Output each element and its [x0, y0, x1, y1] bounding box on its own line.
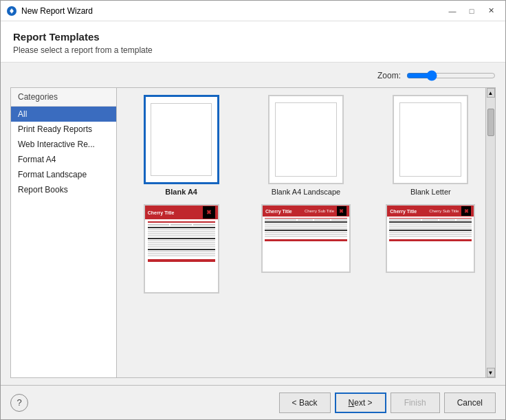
scroll-thumb[interactable]: [487, 109, 494, 136]
app-icon: [6, 5, 17, 16]
svg-point-1: [10, 10, 13, 12]
footer-buttons: < Back Next > Finish Cancel: [279, 393, 496, 413]
header-section: Report Templates Please select a report …: [1, 21, 505, 63]
template-blank-a4-label: Blank A4: [165, 188, 197, 196]
panels-row: Categories All Print Ready Reports Web I…: [10, 87, 496, 378]
main-window: New Report Wizard ― □ ✕ Report Templates…: [0, 0, 506, 420]
sidebar-item-format-a4[interactable]: Format A4: [11, 152, 116, 167]
next-label: Next >: [349, 398, 373, 408]
template-cherry-letter[interactable]: Cherry Title Cherry Sub Title ✖: [373, 204, 488, 297]
help-button[interactable]: ?: [10, 394, 28, 412]
zoom-label: Zoom:: [377, 71, 401, 80]
templates-panel: Blank A4 Blank A4 Landscape: [117, 87, 496, 378]
template-blank-letter-thumb: [393, 95, 468, 184]
next-button[interactable]: Next >: [335, 393, 386, 413]
template-blank-a4-landscape-label: Blank A4 Landscape: [272, 188, 340, 196]
template-blank-a4-landscape[interactable]: Blank A4 Landscape: [248, 95, 363, 196]
sidebar-item-all[interactable]: All: [11, 107, 116, 122]
section-subtitle: Please select a report from a template: [13, 45, 493, 55]
sidebar-item-web-interactive[interactable]: Web Interactive Re...: [11, 137, 116, 152]
template-cherry-portrait-thumb: Cherry Title ✖: [144, 204, 219, 294]
zoom-slider[interactable]: [406, 69, 496, 82]
categories-header: Categories: [11, 88, 116, 107]
content-area: Report Templates Please select a report …: [1, 21, 505, 419]
sidebar-item-report-books[interactable]: Report Books: [11, 182, 116, 197]
templates-grid: Blank A4 Blank A4 Landscape: [117, 88, 495, 377]
zoom-bar: Zoom:: [10, 69, 496, 82]
template-blank-a4-thumb: [144, 95, 219, 184]
footer: ? < Back Next > Finish Cancel: [1, 385, 505, 419]
minimize-button[interactable]: ―: [443, 4, 461, 18]
template-cherry-letter-thumb: Cherry Title Cherry Sub Title ✖: [386, 204, 475, 273]
sidebar-item-format-landscape[interactable]: Format Landscape: [11, 167, 116, 182]
close-button[interactable]: ✕: [482, 4, 500, 18]
sidebar-item-print-ready[interactable]: Print Ready Reports: [11, 122, 116, 137]
vertical-scrollbar[interactable]: ▲ ▼: [485, 88, 495, 377]
scroll-down-arrow[interactable]: ▼: [487, 368, 495, 377]
scroll-up-arrow[interactable]: ▲: [487, 88, 495, 98]
main-area: Zoom: Categories All Print Ready Reports…: [1, 63, 505, 385]
categories-panel: Categories All Print Ready Reports Web I…: [10, 87, 117, 378]
window-title: New Report Wizard: [21, 6, 443, 16]
cancel-button[interactable]: Cancel: [444, 393, 496, 413]
template-blank-letter-label: Blank Letter: [410, 188, 451, 196]
template-cherry-a4-landscape-thumb: Cherry Title Cherry Sub Title ✖: [261, 204, 351, 273]
template-cherry-portrait[interactable]: Cherry Title ✖: [124, 204, 239, 297]
template-blank-letter[interactable]: Blank Letter: [373, 95, 488, 196]
title-bar: New Report Wizard ― □ ✕: [1, 1, 505, 21]
template-blank-a4[interactable]: Blank A4: [124, 95, 239, 196]
section-title: Report Templates: [13, 31, 493, 43]
back-button[interactable]: < Back: [279, 393, 331, 413]
restore-button[interactable]: □: [463, 4, 481, 18]
finish-button[interactable]: Finish: [390, 393, 440, 413]
title-controls: ― □ ✕: [443, 4, 500, 18]
template-cherry-a4-landscape[interactable]: Cherry Title Cherry Sub Title ✖: [248, 204, 363, 297]
template-blank-a4-landscape-thumb: [268, 95, 344, 184]
